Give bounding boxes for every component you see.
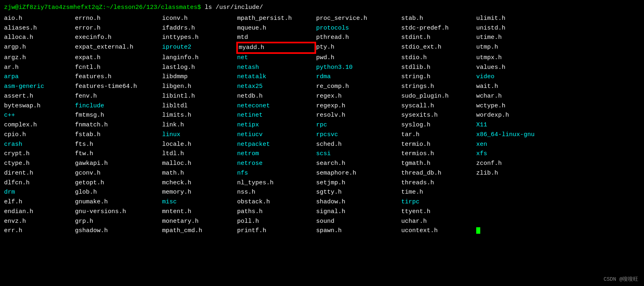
- file-cell: [476, 207, 557, 217]
- file-cell: unistd.h: [476, 23, 557, 33]
- file-cell: cpio.h: [4, 130, 75, 140]
- file-cell: features.h: [75, 72, 162, 82]
- file-cell: proc_service.h: [316, 14, 401, 23]
- file-cell: mcheck.h: [162, 178, 237, 188]
- file-cell: syscall.h: [401, 101, 476, 111]
- file-cell: [476, 217, 557, 226]
- file-cell: paths.h: [237, 207, 316, 217]
- file-cell: string.h: [401, 72, 476, 82]
- file-cell: printf.h: [237, 226, 316, 236]
- file-cell: netinet: [237, 111, 316, 120]
- file-cell: netipx: [237, 120, 316, 130]
- file-cell: ifaddrs.h: [162, 23, 237, 33]
- file-cell: sysexits.h: [401, 111, 476, 120]
- file-cell: mqueue.h: [237, 23, 316, 33]
- file-cell: pwd.h: [316, 53, 401, 63]
- file-cell: grp.h: [75, 217, 162, 226]
- file-cell: byteswap.h: [4, 101, 75, 111]
- file-cell: neteconet: [237, 101, 316, 111]
- file-cell: envz.h: [4, 217, 75, 226]
- file-cell: alloca.h: [4, 33, 75, 43]
- file-cell: getopt.h: [75, 178, 162, 188]
- terminal-window: zjw@iZf8ziy7tao4zsmhefxt2qZ:~/lesson26/1…: [0, 0, 644, 239]
- file-cell: termios.h: [401, 149, 476, 159]
- file-cell: ltdl.h: [162, 149, 237, 159]
- file-cell: netax25: [237, 82, 316, 92]
- file-cell: c++: [4, 111, 75, 120]
- file-cell: stdio.h: [401, 53, 476, 63]
- file-cell: locale.h: [162, 140, 237, 149]
- file-listing: aio.herrno.hiconv.hmpath_persist.hproc_s…: [4, 14, 640, 236]
- file-cell: sudo_plugin.h: [401, 92, 476, 101]
- file-cell: x86_64-linux-gnu: [476, 130, 557, 140]
- file-cell: X11: [476, 120, 557, 130]
- file-cell: argp.h: [4, 43, 75, 53]
- file-cell: crypt.h: [4, 149, 75, 159]
- file-cell: netash: [237, 63, 316, 73]
- file-cell: syslog.h: [401, 120, 476, 130]
- file-cell: err.h: [4, 226, 75, 236]
- file-cell: rpcsvc: [316, 130, 401, 140]
- file-cell: re_comp.h: [316, 82, 401, 92]
- file-cell: stab.h: [401, 14, 476, 23]
- file-cell: execinfo.h: [75, 33, 162, 43]
- file-cell: resolv.h: [316, 111, 401, 120]
- file-cell: xfs: [476, 149, 557, 159]
- file-cell: tirpc: [401, 197, 476, 207]
- file-cell: finclude: [75, 101, 162, 111]
- file-cell: wchar.h: [476, 92, 557, 101]
- file-cell: fenv.h: [75, 92, 162, 101]
- file-cell: complex.h: [4, 120, 75, 130]
- file-cell: elf.h: [4, 197, 75, 207]
- file-cell: regex.h: [316, 92, 401, 101]
- file-cell: sched.h: [316, 140, 401, 149]
- file-cell: pty.h: [316, 43, 401, 53]
- prompt-cmd: ls /usr/include/: [201, 4, 263, 11]
- file-cell: zlib.h: [476, 169, 557, 178]
- file-cell: drm: [4, 188, 75, 197]
- file-cell: stdc-predef.h: [401, 23, 476, 33]
- file-cell: asm-generic: [4, 82, 75, 92]
- file-cell: [476, 178, 557, 188]
- file-cell: glob.h: [75, 188, 162, 197]
- file-cell: expat_external.h: [75, 43, 162, 53]
- file-cell: ftw.h: [75, 149, 162, 159]
- file-cell: arpa: [4, 72, 75, 82]
- file-cell: fts.h: [75, 140, 162, 149]
- file-cell: netrom: [237, 149, 316, 159]
- file-cell: video: [476, 72, 557, 82]
- file-cell: argz.h: [4, 53, 75, 63]
- file-cell: gawkapi.h: [75, 159, 162, 169]
- file-cell: mpath_persist.h: [237, 14, 316, 23]
- file-cell: fmtmsg.h: [75, 111, 162, 120]
- file-cell: regexp.h: [316, 101, 401, 111]
- file-cell: features-time64.h: [75, 82, 162, 92]
- file-cell: langinfo.h: [162, 53, 237, 63]
- file-cell: iproute2: [162, 43, 237, 53]
- file-cell: dlfcn.h: [4, 178, 75, 188]
- file-cell: libdmmp: [162, 72, 237, 82]
- file-cell: spawn.h: [316, 226, 401, 236]
- file-cell: sound: [316, 217, 401, 226]
- file-cell: pthread.h: [316, 33, 401, 43]
- file-cell: errno.h: [75, 14, 162, 23]
- file-cell: uchar.h: [401, 217, 476, 226]
- file-cell: rpc: [316, 120, 401, 130]
- cursor: [476, 227, 480, 234]
- file-cell: rdma: [316, 72, 401, 82]
- file-cell: stdlib.h: [401, 63, 476, 73]
- file-cell: fcntl.h: [75, 63, 162, 73]
- file-cell: utmpx.h: [476, 53, 557, 63]
- file-cell: mtd: [237, 33, 316, 43]
- file-cell: fnmatch.h: [75, 120, 162, 130]
- file-cell: utime.h: [476, 33, 557, 43]
- file-cell: mntent.h: [162, 207, 237, 217]
- file-cell: limits.h: [162, 111, 237, 120]
- file-cell: endian.h: [4, 207, 75, 217]
- file-cell: iconv.h: [162, 14, 237, 23]
- prompt-line: zjw@iZf8ziy7tao4zsmhefxt2qZ:~/lesson26/1…: [4, 3, 640, 12]
- file-cell: gnu-versions.h: [75, 207, 162, 217]
- file-cell: misc: [162, 197, 237, 207]
- file-cell: stdio_ext.h: [401, 43, 476, 53]
- prompt-user: zjw@iZf8ziy7tao4zsmhefxt2qZ:~/lesson26/1…: [4, 4, 201, 11]
